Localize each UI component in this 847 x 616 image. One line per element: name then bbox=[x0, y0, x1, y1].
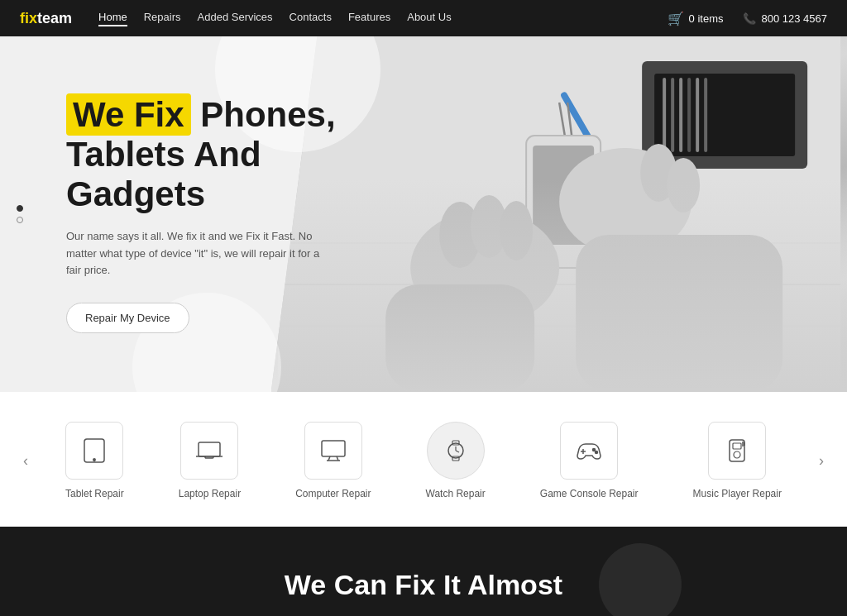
repair-cta-button[interactable]: Repair My Device bbox=[66, 303, 189, 333]
svg-rect-25 bbox=[576, 235, 782, 392]
svg-rect-7 bbox=[671, 78, 674, 152]
svg-rect-24 bbox=[385, 284, 534, 392]
service-item-laptop[interactable]: Laptop Repair bbox=[169, 415, 251, 506]
service-icon-tablet bbox=[65, 422, 123, 480]
service-icon-gamepad bbox=[560, 422, 618, 480]
service-icon-music-player bbox=[708, 422, 766, 480]
logo[interactable]: fixteam bbox=[20, 10, 72, 27]
services-list: Tablet RepairLaptop RepairComputer Repai… bbox=[38, 415, 809, 506]
logo-team: team bbox=[37, 10, 72, 26]
nav-item-added-services[interactable]: Added Services bbox=[198, 11, 273, 26]
services-inner: ‹ Tablet RepairLaptop RepairComputer Rep… bbox=[0, 415, 847, 506]
logo-fix: fix bbox=[20, 10, 37, 26]
svg-rect-10 bbox=[696, 78, 699, 152]
next-service-button[interactable]: › bbox=[809, 446, 834, 476]
hero-highlight: We Fix bbox=[66, 93, 191, 136]
nav-item-repairs[interactable]: Repairs bbox=[144, 11, 181, 26]
hero-section: We Fix Phones, Tablets And Gadgets Our n… bbox=[0, 36, 847, 392]
bottom-title: We Can Fix It Almost bbox=[285, 569, 562, 601]
cart-label: 0 items bbox=[689, 12, 724, 25]
service-label-watch: Watch Repair bbox=[426, 488, 486, 499]
nav-item-about-us[interactable]: About Us bbox=[407, 11, 451, 26]
hero-content: We Fix Phones, Tablets And Gadgets Our n… bbox=[0, 95, 336, 333]
svg-point-27 bbox=[93, 459, 95, 461]
hero-title-rest: Phones, bbox=[191, 95, 336, 134]
svg-point-45 bbox=[734, 451, 740, 458]
service-item-music-player[interactable]: Music Player Repair bbox=[683, 415, 792, 506]
svg-point-20 bbox=[500, 201, 533, 260]
svg-rect-31 bbox=[322, 441, 345, 456]
services-section: ‹ Tablet RepairLaptop RepairComputer Rep… bbox=[0, 392, 847, 527]
service-label-monitor: Computer Repair bbox=[295, 488, 371, 499]
hero-dot-1[interactable] bbox=[17, 205, 23, 212]
svg-point-18 bbox=[439, 202, 481, 268]
service-item-watch[interactable]: Watch Repair bbox=[416, 415, 495, 506]
hero-dot-2[interactable] bbox=[17, 217, 23, 223]
hero-dots bbox=[17, 205, 23, 223]
svg-rect-9 bbox=[687, 78, 691, 152]
service-item-tablet[interactable]: Tablet Repair bbox=[55, 415, 134, 506]
phone-area[interactable]: 📞 800 123 4567 bbox=[743, 12, 827, 25]
hero-title: We Fix Phones, Tablets And Gadgets bbox=[66, 95, 336, 215]
service-icon-laptop bbox=[180, 422, 238, 480]
service-label-music-player: Music Player Repair bbox=[693, 488, 782, 499]
svg-rect-6 bbox=[663, 78, 666, 152]
svg-point-23 bbox=[667, 158, 700, 212]
svg-point-43 bbox=[596, 451, 598, 454]
service-icon-monitor bbox=[304, 422, 362, 480]
svg-rect-28 bbox=[199, 442, 220, 456]
hero-subtitle: Our name says it all. We fix it and we F… bbox=[66, 228, 323, 279]
hero-line2: Tablets And bbox=[66, 135, 261, 174]
bottom-section: We Can Fix It Almost bbox=[0, 527, 847, 616]
nav-item-home[interactable]: Home bbox=[98, 11, 127, 26]
service-label-gamepad: Game Console Repair bbox=[540, 488, 639, 499]
svg-point-19 bbox=[471, 195, 507, 258]
cart-icon: 🛒 bbox=[668, 11, 684, 26]
service-label-tablet: Tablet Repair bbox=[65, 488, 124, 499]
cart-area[interactable]: 🛒 0 items bbox=[668, 11, 724, 26]
svg-rect-8 bbox=[679, 78, 682, 152]
svg-rect-5 bbox=[654, 74, 795, 156]
svg-line-39 bbox=[456, 451, 459, 452]
header-left: fixteam HomeRepairsAdded ServicesContact… bbox=[20, 10, 452, 27]
bottom-deco-circle bbox=[599, 543, 682, 616]
service-label-laptop: Laptop Repair bbox=[179, 488, 241, 499]
service-icon-watch bbox=[427, 422, 485, 480]
nav-item-contacts[interactable]: Contacts bbox=[290, 11, 332, 26]
svg-rect-11 bbox=[704, 78, 707, 152]
phone-icon: 📞 bbox=[743, 12, 756, 25]
svg-rect-46 bbox=[733, 443, 741, 449]
header-right: 🛒 0 items 📞 800 123 4567 bbox=[668, 11, 827, 26]
service-item-gamepad[interactable]: Game Console Repair bbox=[530, 415, 648, 506]
main-nav: HomeRepairsAdded ServicesContactsFeature… bbox=[98, 11, 452, 26]
phone-number: 800 123 4567 bbox=[761, 12, 827, 25]
header: fixteam HomeRepairsAdded ServicesContact… bbox=[0, 0, 847, 36]
svg-point-42 bbox=[593, 449, 596, 451]
svg-point-17 bbox=[410, 210, 559, 326]
nav-item-features[interactable]: Features bbox=[348, 11, 390, 26]
prev-service-button[interactable]: ‹ bbox=[13, 446, 38, 476]
hero-line3: Gadgets bbox=[66, 174, 205, 213]
svg-rect-30 bbox=[205, 456, 213, 458]
service-item-monitor[interactable]: Computer Repair bbox=[285, 415, 380, 506]
